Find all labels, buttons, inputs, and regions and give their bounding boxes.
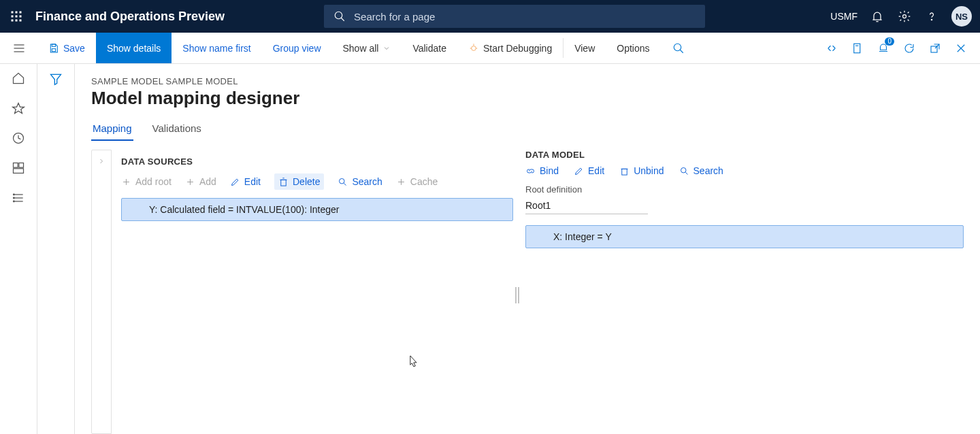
options-menu[interactable]: Options (606, 33, 660, 63)
svg-point-18 (472, 46, 476, 50)
data-model-row[interactable]: X: Integer = Y (525, 225, 964, 248)
recent-icon[interactable] (11, 131, 26, 146)
bind-button[interactable]: Bind (525, 165, 559, 176)
svg-rect-8 (20, 20, 22, 22)
show-details-button[interactable]: Show details (96, 33, 172, 63)
waffle-icon[interactable] (8, 8, 24, 24)
dm-search-button[interactable]: Search (679, 165, 723, 176)
add-root-button[interactable]: Add root (121, 176, 172, 187)
page-title: Model mapping designer (91, 88, 964, 109)
svg-line-23 (680, 50, 683, 53)
tab-mapping[interactable]: Mapping (91, 118, 133, 141)
svg-rect-4 (16, 16, 18, 18)
svg-rect-7 (16, 20, 18, 22)
svg-rect-16 (52, 44, 55, 46)
root-definition-label: Root definition (525, 184, 964, 195)
svg-line-10 (341, 18, 344, 21)
ds-edit-button[interactable]: Edit (230, 176, 261, 187)
svg-rect-33 (19, 163, 24, 168)
svg-point-12 (931, 19, 932, 20)
modules-icon[interactable] (11, 190, 26, 205)
svg-point-22 (674, 44, 681, 51)
save-label: Save (63, 43, 85, 54)
svg-line-56 (685, 172, 687, 174)
svg-point-9 (335, 12, 342, 19)
global-search-input[interactable] (354, 11, 697, 22)
svg-point-40 (14, 201, 15, 202)
ds-delete-button[interactable]: Delete (274, 173, 324, 190)
svg-rect-32 (14, 163, 18, 168)
show-name-first-button[interactable]: Show name first (172, 33, 261, 63)
app-title: Finance and Operations Preview (35, 10, 225, 24)
root-definition-value[interactable]: Root1 (525, 197, 648, 214)
svg-rect-17 (52, 48, 55, 51)
data-sources-heading: DATA SOURCES (121, 156, 513, 167)
validate-button[interactable]: Validate (402, 33, 457, 63)
group-view-button[interactable]: Group view (262, 33, 332, 63)
breadcrumb: SAMPLE MODEL SAMPLE MODEL (91, 76, 964, 86)
svg-rect-1 (16, 12, 18, 14)
data-source-types-handle[interactable] (91, 150, 112, 434)
search-icon (332, 9, 347, 24)
svg-point-49 (340, 178, 345, 184)
cache-button[interactable]: Cache (396, 176, 438, 187)
help-icon[interactable] (924, 9, 939, 24)
tab-validations[interactable]: Validations (151, 118, 203, 141)
data-model-heading: DATA MODEL (525, 150, 964, 160)
data-source-row[interactable]: Y: Calculated field = INTVALUE(100): Int… (121, 198, 513, 221)
hamburger-icon[interactable] (12, 41, 27, 56)
svg-point-55 (681, 167, 686, 173)
company-picker[interactable]: USMF (830, 11, 858, 22)
search-icon (672, 41, 685, 55)
home-icon[interactable] (11, 71, 26, 86)
ds-search-button[interactable]: Search (338, 176, 382, 187)
svg-line-50 (344, 183, 346, 185)
view-menu[interactable]: View (564, 33, 606, 63)
notification-count: 0 (885, 37, 894, 46)
refresh-icon[interactable] (902, 41, 916, 55)
close-icon[interactable] (954, 41, 968, 55)
svg-rect-46 (281, 180, 287, 186)
svg-rect-24 (854, 44, 860, 53)
unbind-button[interactable]: Unbind (619, 165, 664, 176)
notifications-panel-icon[interactable]: 0 (877, 41, 890, 55)
bug-icon (468, 43, 479, 54)
avatar[interactable]: NS (951, 6, 972, 27)
svg-rect-3 (12, 16, 14, 18)
left-rail (0, 64, 37, 434)
show-details-label: Show details (107, 43, 161, 54)
show-all-dropdown[interactable]: Show all (332, 33, 402, 63)
attachments-icon[interactable] (851, 41, 864, 55)
workspaces-icon[interactable] (11, 161, 26, 176)
svg-marker-30 (13, 103, 24, 114)
dm-edit-button[interactable]: Edit (574, 165, 604, 176)
global-search[interactable] (324, 5, 705, 28)
svg-point-38 (14, 194, 15, 195)
filter-icon[interactable] (49, 72, 63, 434)
link-companies-icon[interactable] (825, 41, 838, 55)
star-icon[interactable] (11, 101, 26, 116)
svg-marker-41 (51, 74, 61, 84)
save-button[interactable]: Save (37, 33, 96, 63)
start-debugging-button[interactable]: Start Debugging (457, 33, 563, 63)
gear-icon[interactable] (897, 9, 912, 24)
svg-rect-6 (12, 20, 14, 22)
svg-point-11 (903, 15, 906, 18)
svg-rect-2 (20, 12, 22, 14)
svg-point-39 (14, 197, 15, 199)
chevron-down-icon (382, 44, 391, 52)
svg-rect-34 (14, 169, 24, 173)
add-button[interactable]: Add (185, 176, 216, 187)
action-search-button[interactable] (661, 33, 696, 63)
svg-rect-53 (622, 169, 627, 175)
svg-rect-0 (12, 12, 14, 14)
splitter-handle[interactable] (514, 286, 520, 305)
open-in-new-icon[interactable] (928, 41, 942, 55)
svg-rect-5 (20, 16, 22, 18)
bell-icon[interactable] (870, 9, 885, 24)
